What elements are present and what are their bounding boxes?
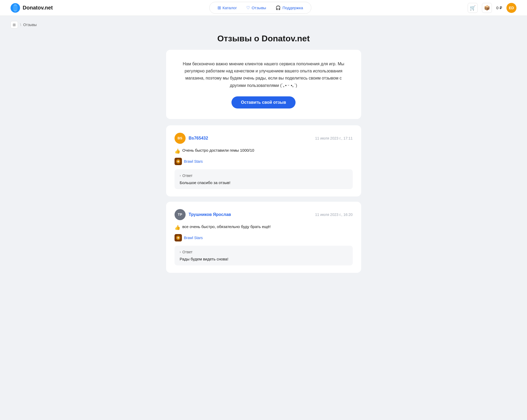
- reviewer-avatar: ТР: [175, 209, 186, 220]
- review-card: ТР Трушников Ярослав 11 июля 2023 г., 16…: [166, 202, 361, 273]
- svg-rect-6: [178, 160, 178, 162]
- intro-text: Нам бесконечно важно мнение клиентов наш…: [182, 60, 345, 89]
- main-content: Отзывы о Donatov.net Нам бесконечно важн…: [161, 31, 366, 289]
- reviewer-info: ТР Трушников Ярослав: [175, 209, 231, 220]
- reply-toggle[interactable]: › Ответ: [180, 250, 347, 254]
- review-date: 11 июля 2023 г., 16:20: [315, 213, 352, 217]
- game-name: Brawl Stars: [184, 236, 203, 240]
- nav-catalog-label: Каталог: [223, 6, 237, 10]
- balance-display: 0 ₽: [496, 6, 502, 10]
- user-avatar[interactable]: ED: [506, 3, 516, 13]
- game-tag[interactable]: Brawl Stars: [175, 234, 353, 241]
- user-initials: ED: [509, 6, 514, 10]
- logo-area[interactable]: Donatov.net: [11, 3, 53, 13]
- header: Donatov.net ⊞ Каталог ♡ Отзывы 🎧 Поддерж…: [0, 0, 527, 16]
- game-tag[interactable]: Brawl Stars: [175, 158, 353, 165]
- logo-text: Donatov.net: [23, 5, 53, 11]
- logo-icon: [11, 3, 20, 13]
- review-card: BS Bs765432 11 июля 2023 г., 17:11 👍 Оче…: [166, 125, 361, 196]
- svg-point-2: [12, 6, 19, 10]
- nav-support[interactable]: 🎧 Поддержка: [272, 4, 307, 12]
- breadcrumb: ⊞ \ Отзывы: [0, 16, 527, 31]
- review-content: Очень быстро доставили гемы 1000/10: [182, 148, 254, 152]
- reviewer-name: Bs765432: [189, 136, 208, 141]
- game-icon: [175, 158, 182, 165]
- review-text: 👍 все очень быстро, обязательно буду бра…: [175, 224, 353, 230]
- breadcrumb-home-button[interactable]: ⊞: [11, 21, 18, 28]
- reply-label: Ответ: [182, 250, 192, 254]
- cart-icon: 🛒: [470, 5, 476, 11]
- archive-icon: 📦: [484, 5, 490, 11]
- reply-text: Большое спасибо за отзыв!: [180, 180, 347, 185]
- reply-text: Рады будем видеть снова!: [180, 257, 347, 261]
- home-icon: ⊞: [13, 23, 16, 27]
- nav-reviews-label: Отзывы: [252, 6, 266, 10]
- reviews-list: BS Bs765432 11 июля 2023 г., 17:11 👍 Оче…: [166, 125, 361, 273]
- thumbs-up-icon: 👍: [175, 148, 180, 154]
- archive-button[interactable]: 📦: [482, 3, 492, 13]
- main-nav: ⊞ Каталог ♡ Отзывы 🎧 Поддержка: [209, 2, 311, 14]
- game-icon: [175, 234, 182, 241]
- breadcrumb-separator: \: [20, 23, 21, 27]
- review-date: 11 июля 2023 г., 17:11: [315, 136, 352, 140]
- reply-chevron-icon: ›: [180, 174, 181, 177]
- reviewer-info: BS Bs765432: [175, 133, 208, 144]
- reply-block: › Ответ Рады будем видеть снова!: [175, 246, 353, 265]
- review-header: BS Bs765432 11 июля 2023 г., 17:11: [175, 133, 353, 144]
- header-right: 🛒 📦 0 ₽ ED: [468, 3, 516, 13]
- reply-label: Ответ: [182, 174, 192, 178]
- reviews-icon: ♡: [246, 5, 250, 10]
- reviewer-avatar: BS: [175, 133, 186, 144]
- reviewer-name: Трушников Ярослав: [189, 212, 231, 217]
- cart-button[interactable]: 🛒: [468, 3, 478, 13]
- intro-card: Нам бесконечно важно мнение клиентов наш…: [166, 50, 361, 119]
- reply-toggle[interactable]: › Ответ: [180, 174, 347, 178]
- review-text: 👍 Очень быстро доставили гемы 1000/10: [175, 148, 353, 154]
- reply-chevron-icon: ›: [180, 250, 181, 254]
- thumbs-up-icon: 👍: [175, 225, 180, 230]
- review-content: все очень быстро, обязательно буду брать…: [182, 224, 271, 229]
- nav-reviews[interactable]: ♡ Отзывы: [243, 4, 270, 12]
- leave-review-button[interactable]: Оставить свой отзыв: [231, 96, 296, 108]
- nav-catalog[interactable]: ⊞ Каталог: [214, 4, 241, 12]
- game-name: Brawl Stars: [184, 159, 203, 164]
- svg-rect-10: [178, 237, 178, 239]
- page-title: Отзывы о Donatov.net: [166, 34, 361, 43]
- nav-support-label: Поддержка: [282, 6, 303, 10]
- catalog-icon: ⊞: [217, 5, 221, 10]
- reply-block: › Ответ Большое спасибо за отзыв!: [175, 169, 353, 189]
- support-icon: 🎧: [275, 5, 281, 10]
- breadcrumb-current: Отзывы: [23, 23, 37, 27]
- review-header: ТР Трушников Ярослав 11 июля 2023 г., 16…: [175, 209, 353, 220]
